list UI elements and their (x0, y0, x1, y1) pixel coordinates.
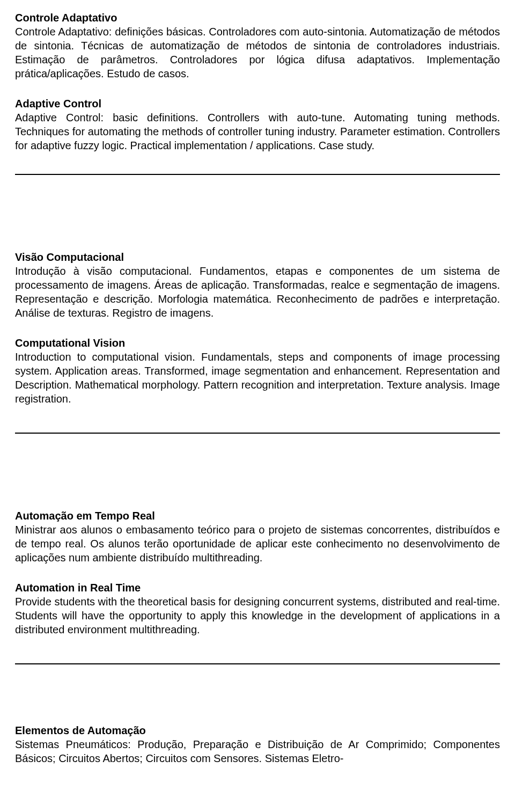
section-body-pt: Ministrar aos alunos o embasamento teóri… (15, 523, 500, 565)
section-title-pt: Elementos de Automação (15, 723, 500, 737)
section-title-pt: Automação em Tempo Real (15, 509, 500, 523)
section-title-pt: Controle Adaptativo (15, 11, 500, 25)
section-divider (15, 433, 500, 434)
section-title-en: Automation in Real Time (15, 581, 500, 595)
section-body-pt: Introdução à visão computacional. Fundam… (15, 264, 500, 320)
section-body-en: Adaptive Control: basic definitions. Con… (15, 111, 500, 152)
section-title-en: Adaptive Control (15, 97, 500, 111)
section-body-pt: Controle Adaptativo: definições básicas.… (15, 25, 500, 81)
section-body-en: Introduction to computational vision. Fu… (15, 350, 500, 406)
section-title-pt: Visão Computacional (15, 250, 500, 264)
section-title-en: Computational Vision (15, 336, 500, 350)
section-body-en: Provide students with the theoretical ba… (15, 595, 500, 637)
section-divider (15, 663, 500, 664)
section-divider (15, 174, 500, 175)
section-body-pt: Sistemas Pneumáticos: Produção, Preparaç… (15, 737, 500, 765)
